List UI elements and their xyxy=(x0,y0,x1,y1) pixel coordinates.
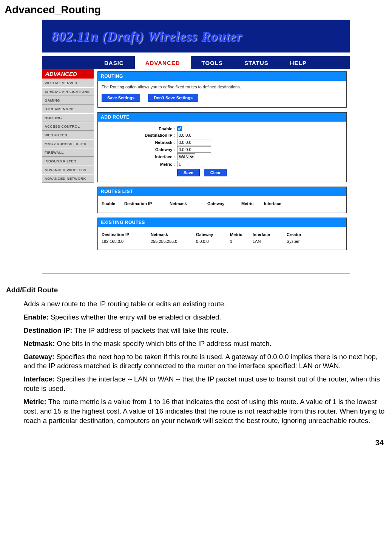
erow-gateway: 0.0.0.0 xyxy=(196,239,230,244)
routing-panel: ROUTING The Routing option allows you to… xyxy=(97,71,347,108)
nav-help[interactable]: HELP xyxy=(279,56,318,69)
col-gateway: Gateway xyxy=(207,201,241,206)
add-route-save-button[interactable]: Save xyxy=(177,169,200,176)
routing-panel-head: ROUTING xyxy=(98,72,346,81)
sidebar-item-routing[interactable]: ROUTING xyxy=(42,113,94,122)
main-nav: BASIC ADVANCED TOOLS STATUS HELP xyxy=(42,56,350,69)
enable-checkbox[interactable] xyxy=(177,126,182,131)
doc-netmask: Netmask: One bits in the mask specify wh… xyxy=(23,339,386,349)
sidebar-item-mac-address-filter[interactable]: MAC ADDRESS FILTER xyxy=(42,139,94,148)
sidebar-head: ADVANCED xyxy=(42,69,94,79)
col-netmask: Netmask xyxy=(170,201,207,206)
nav-basic[interactable]: BASIC xyxy=(94,56,135,69)
ecol-destination-ip: Destination IP xyxy=(102,232,151,237)
save-settings-button[interactable]: Save Settings xyxy=(102,94,140,102)
doc-intro: Adds a new route to the IP routing table… xyxy=(23,300,386,309)
gateway-input[interactable] xyxy=(177,146,211,153)
routes-list-head: ROUTES LIST xyxy=(98,187,346,196)
interface-select[interactable]: WAN LAN xyxy=(177,153,195,160)
sidebar-item-advanced-network[interactable]: ADVANCED NETWORK xyxy=(42,174,94,183)
existing-routes-panel: EXISTING ROUTES Destination IP Netmask G… xyxy=(97,218,347,250)
sidebar-item-advanced-wireless[interactable]: ADVANCED WIRELESS xyxy=(42,165,94,174)
col-enable: Enable xyxy=(102,201,124,206)
ecol-metric: Metric xyxy=(230,232,253,237)
label-netmask: Netmask : xyxy=(102,140,177,145)
sidebar-item-virtual-server[interactable]: VIRTUAL SERVER xyxy=(42,79,94,87)
erow-creator: System xyxy=(287,239,313,244)
sidebar-item-inbound-filter[interactable]: INBOUND FILTER xyxy=(42,157,94,165)
sidebar-item-web-filter[interactable]: WEB FILTER xyxy=(42,131,94,139)
col-metric: Metric xyxy=(241,201,264,206)
banner: 802.11n (Draft) Wireless Router xyxy=(42,20,350,52)
erow-interface: LAN xyxy=(253,239,287,244)
ecol-netmask: Netmask xyxy=(151,232,196,237)
sidebar-item-special-applications[interactable]: SPECIAL APPLICATIONS xyxy=(42,87,94,96)
dont-save-settings-button[interactable]: Don't Save Settings xyxy=(148,94,198,102)
label-gateway: Gateway : xyxy=(102,147,177,152)
sidebar-item-streamengine[interactable]: STREAMENGINE xyxy=(42,105,94,113)
doc-heading: Add/Edit Route xyxy=(6,285,386,295)
routes-list-columns: Enable Destination IP Netmask Gateway Me… xyxy=(102,200,343,207)
sidebar: ADVANCED VIRTUAL SERVER SPECIAL APPLICAT… xyxy=(42,69,94,183)
label-enable: Enable : xyxy=(102,127,177,131)
doc-metric: Metric: The route metric is a value from… xyxy=(23,397,386,426)
page-title: Advanced_Routing xyxy=(5,4,387,16)
erow-metric: 1 xyxy=(230,239,253,244)
col-destination-ip: Destination IP xyxy=(124,201,170,206)
label-metric: Metric : xyxy=(102,162,177,167)
ecol-gateway: Gateway xyxy=(196,232,230,237)
sidebar-item-access-control[interactable]: ACCESS CONTROL xyxy=(42,122,94,131)
doc-interface: Interface: Specifies the interface -- LA… xyxy=(23,375,386,394)
page-number: 34 xyxy=(5,438,384,447)
sidebar-item-gaming[interactable]: GAMING xyxy=(42,96,94,105)
existing-routes-head: EXISTING ROUTES xyxy=(98,218,346,227)
label-interface: Interface : xyxy=(102,154,177,159)
existing-routes-columns: Destination IP Netmask Gateway Metric In… xyxy=(102,231,343,238)
doc-gateway: Gateway: Specifies the next hop to be ta… xyxy=(23,352,386,371)
routes-list-panel: ROUTES LIST Enable Destination IP Netmas… xyxy=(97,187,347,213)
label-destination-ip: Destination IP : xyxy=(102,133,177,137)
col-interface: Interface xyxy=(264,201,294,206)
add-route-clear-button[interactable]: Clear xyxy=(204,169,227,176)
doc-destination-ip: Destination IP: The IP address of packet… xyxy=(23,326,386,335)
add-route-panel: ADD ROUTE Enable : Destination IP : Netm… xyxy=(97,112,347,182)
existing-route-row: 192.168.0.0 255.255.255.0 0.0.0.0 1 LAN … xyxy=(102,238,343,244)
routing-desc: The Routing option allows you to define … xyxy=(102,85,343,89)
metric-input[interactable] xyxy=(177,161,211,167)
add-route-panel-head: ADD ROUTE xyxy=(98,113,346,122)
erow-netmask: 255.255.255.0 xyxy=(151,239,196,244)
nav-advanced[interactable]: ADVANCED xyxy=(135,56,191,69)
doc-enable: Enable: Specifies whether the entry will… xyxy=(23,313,386,322)
ecol-interface: Interface xyxy=(253,232,287,237)
destination-ip-input[interactable] xyxy=(177,132,211,138)
sidebar-item-firewall[interactable]: FIREWALL xyxy=(42,148,94,157)
router-admin-frame: 802.11n (Draft) Wireless Router BASIC AD… xyxy=(42,20,350,274)
netmask-input[interactable] xyxy=(177,139,211,145)
erow-destination-ip: 192.168.0.0 xyxy=(102,239,151,244)
content-area: ROUTING The Routing option allows you to… xyxy=(94,69,350,273)
nav-status[interactable]: STATUS xyxy=(234,56,279,69)
doc-text: Add/Edit Route Adds a new route to the I… xyxy=(6,285,386,426)
ecol-creator: Creator xyxy=(287,232,313,237)
nav-tools[interactable]: TOOLS xyxy=(191,56,234,69)
